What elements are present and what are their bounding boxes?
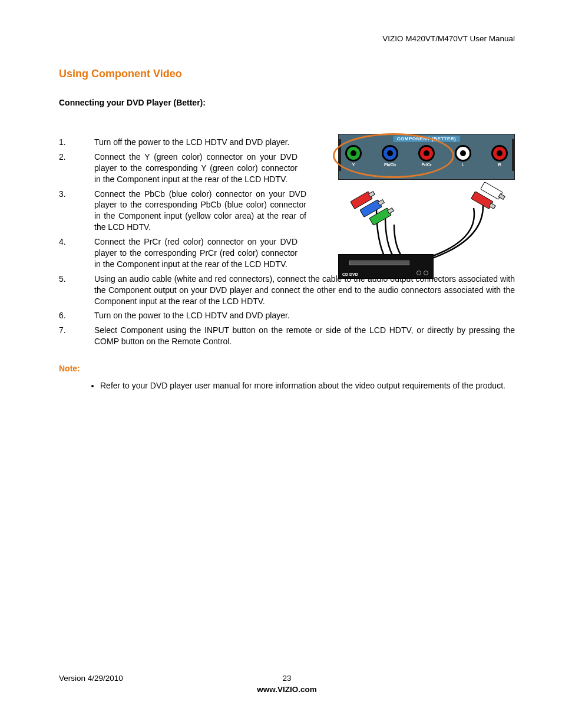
section-title: Using Component Video xyxy=(59,68,515,80)
step-number: 4. xyxy=(59,236,94,270)
figure-group: COMPONENT (BETTER) Y Pb/Cb Pr/Cr L R xyxy=(338,134,515,279)
step-text: Select Component using the INPUT button … xyxy=(94,325,515,347)
dvd-label: CD DVD xyxy=(342,272,358,276)
step-number: 7. xyxy=(59,325,94,347)
jack-pb-icon: Pb/Cb xyxy=(381,145,399,167)
step-number: 3. xyxy=(59,189,94,233)
dvd-buttons-icon xyxy=(416,271,428,275)
panel-side-port-icon xyxy=(339,139,341,171)
step-number: 2. xyxy=(59,151,94,185)
panel-side-port-icon xyxy=(512,139,514,171)
panel-label: COMPONENT (BETTER) xyxy=(394,136,460,142)
footer-page-number: 23 xyxy=(282,674,291,683)
section-subhead: Connecting your DVD Player (Better): xyxy=(59,98,515,107)
note-heading: Note: xyxy=(59,364,515,373)
jack-l-icon: L xyxy=(454,145,472,167)
note-item: Refer to your DVD player user manual for… xyxy=(100,380,515,391)
page-footer: Version 4/29/2010 23 www.VIZIO.com xyxy=(59,674,515,694)
note-list: Refer to your DVD player user manual for… xyxy=(59,380,515,391)
step-text: Connect the PrCr (red color) connector o… xyxy=(94,236,297,270)
step-number: 1. xyxy=(59,137,94,148)
jack-pr-icon: Pr/Cr xyxy=(418,145,435,167)
document-header: VIZIO M420VT/M470VT User Manual xyxy=(59,34,515,43)
jack-y-icon: Y xyxy=(345,145,362,167)
step-text: Connect the PbCb (blue color) connector … xyxy=(94,189,306,233)
component-panel-diagram: COMPONENT (BETTER) Y Pb/Cb Pr/Cr L R xyxy=(338,134,515,180)
step-number: 5. xyxy=(59,274,94,307)
jack-r-icon: R xyxy=(491,145,508,167)
dvd-player-diagram: CD DVD xyxy=(338,190,515,279)
step-text: Turn on the power to the LCD HDTV and DV… xyxy=(94,310,515,321)
step-text: Connect the Y (green color) connector on… xyxy=(94,151,297,185)
dvd-body-icon: CD DVD xyxy=(338,254,434,279)
step-number: 6. xyxy=(59,310,94,321)
footer-url: www.VIZIO.com xyxy=(59,685,515,694)
dvd-tray-icon xyxy=(349,261,409,265)
